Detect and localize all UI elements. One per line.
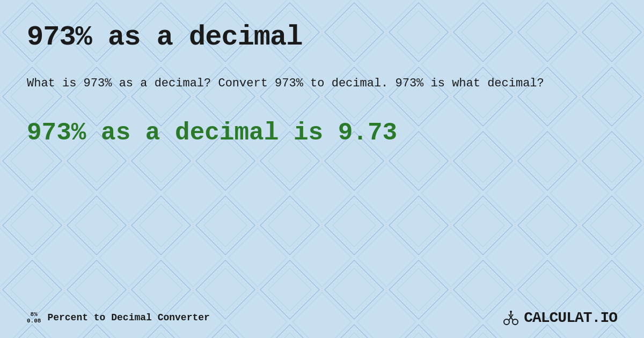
percent-bottom: 0.08 — [27, 318, 41, 324]
percent-badge: 8% 0.08 — [27, 311, 41, 324]
page-title: 973% as a decimal — [27, 21, 617, 53]
calculator-icon — [501, 308, 521, 327]
footer-label: Percent to Decimal Converter — [47, 312, 209, 323]
result-text: 973% as a decimal is 9.73 — [27, 119, 617, 147]
brand-name: CALCULAT.IO — [524, 310, 617, 326]
svg-point-11 — [510, 311, 512, 313]
brand-logo: CALCULAT.IO — [501, 308, 617, 327]
footer: 8% 0.08 Percent to Decimal Converter CAL… — [0, 308, 644, 327]
footer-left: 8% 0.08 Percent to Decimal Converter — [27, 311, 210, 324]
description-text: What is 973% as a decimal? Convert 973% … — [27, 75, 617, 92]
percent-top: 8% — [31, 311, 38, 318]
